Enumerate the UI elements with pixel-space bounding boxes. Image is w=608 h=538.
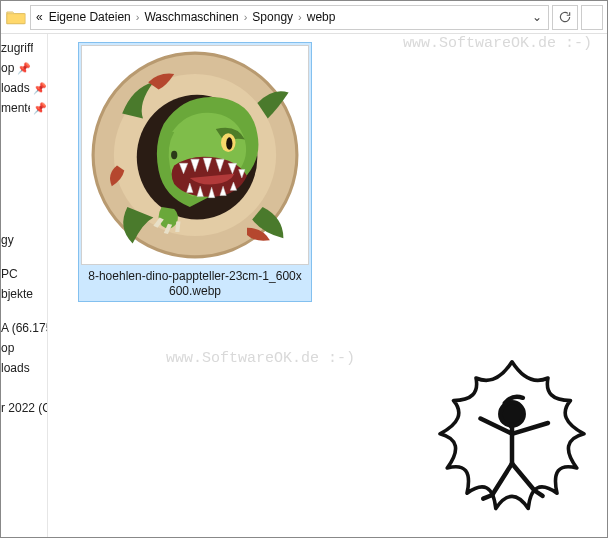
breadcrumb-bar[interactable]: « Eigene Dateien › Waschmaschinen › Spon… — [30, 5, 549, 30]
sidebar-item[interactable]: op📌 — [1, 58, 47, 78]
sidebar-item[interactable]: op — [1, 338, 47, 358]
content-pane[interactable]: www.SoftwareOK.de :-) — [48, 34, 607, 537]
breadcrumb-prefix[interactable]: « — [33, 10, 46, 24]
chevron-right-icon[interactable]: › — [242, 11, 250, 23]
watermark-text: www.SoftwareOK.de :-) — [166, 350, 355, 367]
pin-icon: 📌 — [17, 62, 31, 75]
sidebar-item[interactable]: bjekte — [1, 284, 47, 304]
sidebar-item[interactable]: A (66.175.23 — [1, 318, 47, 338]
search-box[interactable] — [581, 5, 603, 30]
svg-point-6 — [171, 151, 177, 159]
breadcrumb-seg-1[interactable]: Eigene Dateien — [46, 10, 134, 24]
breadcrumb-seg-4[interactable]: webp — [304, 10, 339, 24]
breadcrumb-seg-3[interactable]: Spongy — [249, 10, 296, 24]
sidebar-item[interactable]: r 2022 (C:) — [1, 398, 47, 418]
refresh-button[interactable] — [552, 5, 578, 30]
svg-point-7 — [500, 402, 523, 425]
svg-point-5 — [226, 137, 232, 149]
sidebar-item[interactable]: gy — [1, 230, 47, 250]
chevron-down-icon[interactable]: ⌄ — [528, 10, 546, 24]
watermark-text: www.SoftwareOK.de :-) — [403, 35, 592, 52]
mascot-graphic — [417, 351, 607, 531]
chevron-right-icon[interactable]: › — [134, 11, 142, 23]
address-bar: « Eigene Dateien › Waschmaschinen › Spon… — [1, 1, 607, 34]
pin-icon: 📌 — [33, 102, 47, 115]
chevron-right-icon[interactable]: › — [296, 11, 304, 23]
thumbnail-image — [81, 45, 309, 265]
breadcrumb-seg-2[interactable]: Waschmaschinen — [141, 10, 241, 24]
file-name-label: 8-hoehlen-dino-pappteller-23cm-1_600x600… — [81, 269, 309, 299]
navigation-sidebar: zugriff op📌 loads📌 mente📌 gy PC bjekte A… — [1, 34, 48, 537]
sidebar-item[interactable]: loads — [1, 358, 47, 378]
folder-icon — [5, 6, 27, 28]
svg-line-11 — [492, 464, 512, 496]
file-explorer-window: « Eigene Dateien › Waschmaschinen › Spon… — [0, 0, 608, 538]
sidebar-item[interactable] — [1, 378, 47, 398]
sidebar-item[interactable]: mente📌 — [1, 98, 47, 118]
file-thumbnail[interactable]: 8-hoehlen-dino-pappteller-23cm-1_600x600… — [78, 42, 312, 302]
sidebar-item[interactable]: PC — [1, 264, 47, 284]
svg-line-12 — [512, 464, 535, 491]
sidebar-item[interactable]: zugriff — [1, 38, 47, 58]
sidebar-item[interactable]: loads📌 — [1, 78, 47, 98]
pin-icon: 📌 — [33, 82, 47, 95]
